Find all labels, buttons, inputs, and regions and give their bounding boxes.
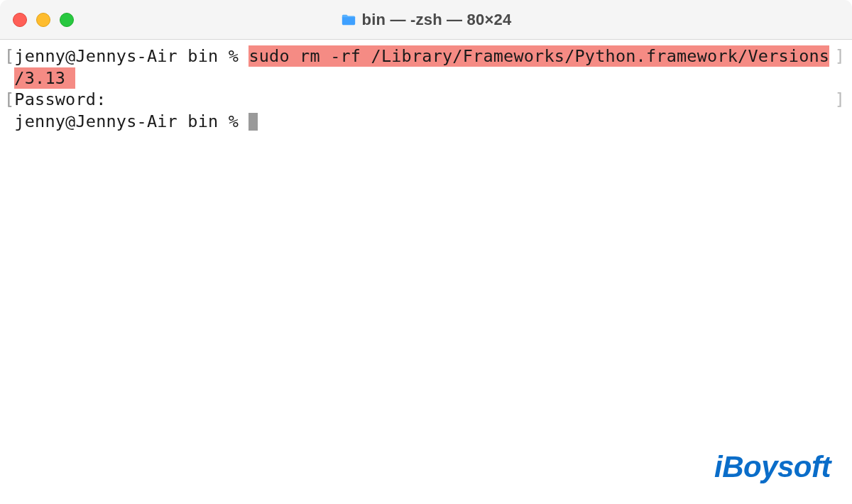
traffic-lights [13,13,74,27]
bracket-close-2: ] [835,89,845,111]
shell-prompt-2: jenny@Jennys-Air bin % [4,111,248,131]
terminal-content[interactable]: [jenny@Jennys-Air bin % sudo rm -rf /Lib… [0,40,852,138]
highlighted-command-part2: /3.13 [14,67,75,89]
window-title: bin — -zsh — 80×24 [362,11,512,29]
terminal-line-3: [Password:] [4,89,848,111]
cursor-icon [248,113,258,131]
shell-prompt: jenny@Jennys-Air bin % [14,46,248,66]
bracket-close: ] [835,45,845,67]
close-button[interactable] [13,13,27,27]
terminal-line-2: /3.13 [4,67,848,89]
watermark-text: iBoysoft [714,450,831,483]
title-center: bin — -zsh — 80×24 [0,11,852,29]
minimize-button[interactable] [36,13,50,27]
folder-icon [341,12,356,28]
password-prompt: Password: [14,89,106,109]
window-title-bar: bin — -zsh — 80×24 [0,0,852,40]
terminal-line-1: [jenny@Jennys-Air bin % sudo rm -rf /Lib… [4,45,848,67]
maximize-button[interactable] [60,13,74,27]
watermark-logo: iBoysoft [714,450,831,484]
bracket-open: [ [4,46,14,66]
highlighted-command-part1: sudo rm -rf /Library/Frameworks/Python.f… [248,45,829,67]
terminal-line-4: jenny@Jennys-Air bin % [4,111,848,133]
bracket-open-2: [ [4,89,14,109]
